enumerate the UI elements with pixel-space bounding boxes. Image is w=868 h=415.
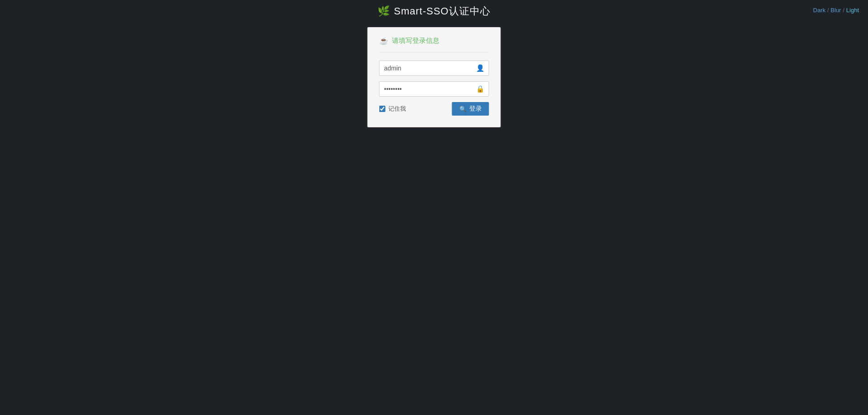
login-card-wrapper: ☕ 请填写登录信息 👤 🔒 记住我 🔍 登录 <box>368 27 501 127</box>
top-bar: 🌿 Smart-SSO认证中心 Dark / Blur / Light <box>0 0 868 23</box>
card-header-icon: ☕ <box>379 37 388 45</box>
remember-me-label[interactable]: 记住我 <box>379 105 406 113</box>
site-title: 🌿 Smart-SSO认证中心 <box>377 5 490 18</box>
theme-sep-2: / <box>843 7 844 14</box>
password-input[interactable] <box>379 81 489 97</box>
login-button-icon: 🔍 <box>459 106 467 112</box>
card-header: ☕ 请填写登录信息 <box>379 37 489 52</box>
card-header-text: 请填写登录信息 <box>392 37 439 45</box>
theme-sep-1: / <box>827 7 829 14</box>
remember-me-checkbox[interactable] <box>379 106 386 112</box>
password-group: 🔒 <box>379 81 489 97</box>
theme-dark-link[interactable]: Dark <box>813 7 826 14</box>
username-group: 👤 <box>379 61 489 76</box>
theme-blur-link[interactable]: Blur <box>830 7 841 14</box>
leaf-icon: 🌿 <box>377 5 390 17</box>
remember-me-text: 记住我 <box>388 105 406 113</box>
form-footer: 记住我 🔍 登录 <box>379 102 489 116</box>
username-input[interactable] <box>379 61 489 76</box>
login-button[interactable]: 🔍 登录 <box>452 102 489 116</box>
site-title-text: Smart-SSO认证中心 <box>394 5 490 18</box>
theme-light-link[interactable]: Light <box>846 7 859 14</box>
login-button-label: 登录 <box>469 105 482 113</box>
login-card: ☕ 请填写登录信息 👤 🔒 记住我 🔍 登录 <box>368 27 501 127</box>
theme-switcher: Dark / Blur / Light <box>813 7 859 14</box>
